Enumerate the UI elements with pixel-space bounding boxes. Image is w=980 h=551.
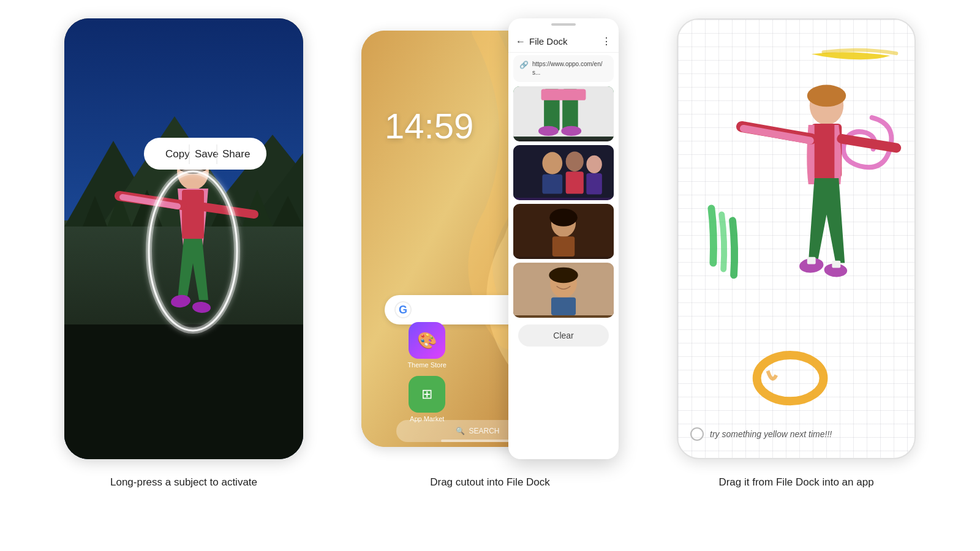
- app-theme-store[interactable]: 🎨 Theme Store: [380, 322, 474, 369]
- svg-text:Share: Share: [222, 148, 250, 160]
- svg-point-49: [549, 268, 578, 283]
- home-indicator: [441, 440, 514, 442]
- phone-2-wrapper: 14:59 G 🎨 Theme Store: [361, 18, 619, 459]
- dock-img2-svg: [513, 145, 614, 200]
- panel-2: 14:59 G 🎨 Theme Store: [349, 18, 631, 489]
- svg-rect-50: [551, 298, 576, 315]
- main-container: Copy Save Share Long-press a subject to …: [0, 0, 980, 551]
- comment-text: try something yellow next time!!!: [710, 429, 832, 439]
- svg-point-41: [586, 156, 602, 173]
- svg-rect-38: [542, 174, 562, 194]
- home-time: 14:59: [385, 105, 473, 146]
- panel-2-caption: Drag cutout into File Dock: [430, 476, 550, 489]
- phone-1: Copy Save Share: [64, 18, 303, 459]
- dock-image-2: [513, 145, 614, 200]
- dock-img4-svg: [513, 263, 614, 318]
- grid-background: [678, 20, 914, 458]
- svg-point-39: [566, 151, 584, 171]
- svg-rect-46: [552, 236, 575, 257]
- dock-image-4: [513, 263, 614, 318]
- panel-1-caption: Long-press a subject to activate: [110, 476, 257, 489]
- theme-store-label: Theme Store: [407, 361, 447, 369]
- phone1-scene: Copy Save Share: [64, 18, 303, 459]
- svg-rect-35: [541, 89, 586, 100]
- dock-link-icon: 🔗: [519, 61, 529, 69]
- dock-pull-tab: [551, 23, 576, 26]
- theme-store-symbol: 🎨: [417, 331, 437, 350]
- dock-back-icon[interactable]: ←: [516, 36, 526, 47]
- panel-3-caption: Drag it from File Dock into an app: [718, 476, 873, 489]
- theme-store-icon: 🎨: [409, 322, 445, 359]
- file-dock-header: ← File Dock ⋮: [508, 28, 619, 53]
- p3-comment: try something yellow next time!!!: [690, 427, 902, 441]
- svg-point-37: [542, 152, 562, 174]
- svg-point-34: [561, 126, 581, 136]
- dock-url-item: 🔗 https://www.oppo.com/en/s...: [513, 55, 614, 82]
- svg-point-33: [538, 126, 559, 136]
- svg-point-45: [549, 209, 578, 227]
- phone-3: try something yellow next time!!!: [677, 18, 916, 459]
- app-market[interactable]: ⊞ App Market: [380, 376, 474, 422]
- app-market-icon: ⊞: [409, 376, 445, 413]
- search-bar-label: SEARCH: [469, 427, 499, 435]
- svg-rect-42: [586, 173, 602, 195]
- google-logo: G: [394, 301, 412, 318]
- dock-img1-svg: [513, 86, 614, 137]
- svg-rect-15: [182, 190, 204, 239]
- dock-image-1: [513, 86, 614, 141]
- dock-img3-svg: [513, 204, 614, 259]
- file-dock: ← File Dock ⋮ 🔗 https://www.oppo.com/en/…: [508, 18, 619, 459]
- dock-title: File Dock: [529, 36, 598, 47]
- dock-menu-icon[interactable]: ⋮: [601, 36, 611, 47]
- svg-rect-40: [566, 171, 584, 193]
- dock-url-text: https://www.oppo.com/en/s...: [532, 60, 608, 77]
- market-symbol: ⊞: [421, 386, 432, 402]
- panel-1: Copy Save Share Long-press a subject to …: [43, 18, 325, 489]
- svg-text:Save: Save: [195, 148, 219, 160]
- svg-text:Copy: Copy: [165, 148, 190, 160]
- panel-3: try something yellow next time!!! Drag i…: [655, 18, 937, 489]
- svg-rect-12: [64, 324, 303, 459]
- comment-avatar: [690, 427, 704, 441]
- dock-image-3: [513, 204, 614, 259]
- dock-clear-button[interactable]: Clear: [518, 324, 609, 347]
